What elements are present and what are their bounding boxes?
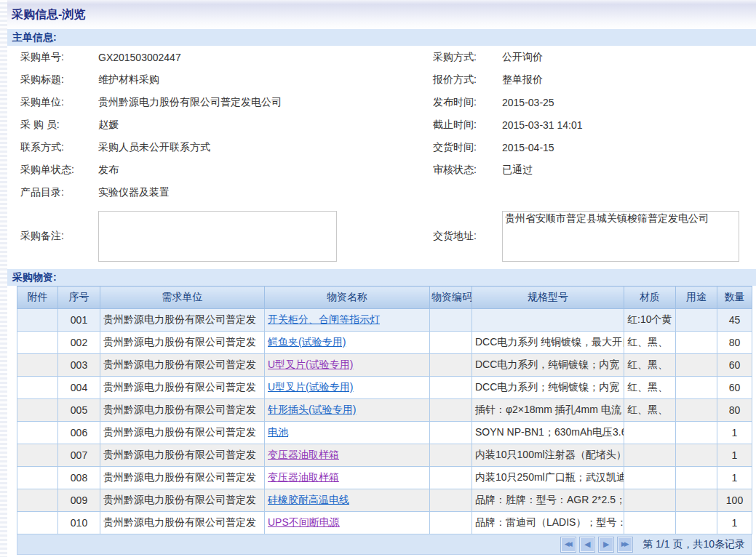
remark-textarea[interactable] — [98, 211, 337, 262]
last-page-button[interactable]: ▶▶ — [618, 537, 632, 552]
table-row[interactable]: 003 贵州黔源电力股份有限公司普定发 U型叉片(试验专用) DCC电力系列，纯… — [17, 354, 752, 377]
material-link[interactable]: UPS不间断电源 — [268, 516, 340, 528]
col-header-name: 物资名称 — [265, 286, 430, 309]
cell-usage — [676, 354, 717, 377]
next-page-button[interactable]: ▶ — [599, 537, 613, 552]
field-order-title: 采购标题: 维护材料采购 — [20, 68, 422, 91]
cell-code — [430, 489, 472, 512]
cell-spec: 品牌：胜牌：型号：AGR 2*2.5； — [472, 489, 624, 512]
cell-attachment — [17, 422, 58, 444]
cell-code — [430, 332, 472, 354]
cell-seq: 009 — [58, 489, 100, 512]
table-row[interactable]: 005 贵州黔源电力股份有限公司普定发 针形插头(试验专用) 插针：φ2×18m… — [17, 399, 752, 422]
cell-code — [430, 467, 472, 489]
spacer — [433, 181, 756, 204]
field-quote-method: 报价方式: 整单报价 — [433, 68, 756, 91]
cell-code — [430, 399, 472, 422]
table-row[interactable]: 007 贵州黔源电力股份有限公司普定发 变压器油取样箱 内装10只100ml注射… — [17, 444, 752, 467]
prev-page-button[interactable]: ◀ — [580, 537, 594, 552]
cell-attachment — [17, 354, 58, 377]
cell-spec: DCC电力系列；纯铜镀镍；内宽： — [472, 377, 624, 399]
cell-material: 红、黑、 — [624, 377, 676, 399]
col-header-attachment: 附件 — [17, 286, 58, 309]
cell-seq: 002 — [58, 332, 100, 354]
cell-name: 电池 — [265, 422, 430, 444]
material-link[interactable]: 变压器油取样箱 — [268, 471, 339, 483]
cell-name: 变压器油取样箱 — [265, 467, 430, 489]
material-link[interactable]: U型叉片(试验专用) — [268, 358, 353, 370]
material-link[interactable]: 电池 — [268, 426, 288, 438]
cell-usage — [676, 377, 717, 399]
page-info-text: 第 1/1 页，共10条记录 — [642, 538, 745, 551]
cell-qty: 1 — [717, 512, 752, 534]
table-row[interactable]: 004 贵州黔源电力股份有限公司普定发 U型叉片(试验专用) DCC电力系列；纯… — [17, 377, 752, 399]
materials-table: 附件 序号 需求单位 物资名称 物资编码 规格型号 材质 用途 数量 001 贵… — [17, 286, 752, 534]
cell-spec: 品牌：雷迪司（LADIS）；型号： — [472, 512, 624, 534]
cell-name: 鳄鱼夹(试验专用) — [265, 332, 430, 354]
left-edge-stripe — [0, 0, 7, 557]
cell-material — [624, 444, 676, 467]
col-header-seq: 序号 — [58, 286, 100, 309]
field-value: GX201503002447 — [98, 52, 181, 63]
cell-seq: 007 — [58, 444, 100, 467]
table-row[interactable]: 006 贵州黔源电力股份有限公司普定发 电池 SOYN NP-BN1；630mA… — [17, 422, 752, 444]
col-header-qty: 数量 — [717, 286, 752, 309]
pagination-bar: ◀◀ ◀ ▶ ▶▶ 第 1/1 页，共10条记录 — [17, 534, 752, 555]
cell-code — [430, 377, 472, 399]
field-label: 采购单位: — [20, 96, 98, 109]
cell-material: 红、黑、 — [624, 332, 676, 354]
cell-seq: 003 — [58, 354, 100, 377]
table-row[interactable]: 001 贵州黔源电力股份有限公司普定发 开关柜分、合闸等指示灯 红:10个黄 4… — [17, 309, 752, 332]
col-header-code: 物资编码 — [430, 286, 472, 309]
field-label: 采购单状态: — [20, 164, 98, 177]
section-header-materials: 采购物资: — [7, 269, 756, 286]
field-label: 交货地址: — [433, 230, 502, 243]
material-link[interactable]: 硅橡胶耐高温电线 — [268, 494, 349, 505]
material-link[interactable]: 鳄鱼夹(试验专用) — [268, 336, 346, 348]
cell-unit: 贵州黔源电力股份有限公司普定发 — [100, 512, 265, 534]
cell-seq: 004 — [58, 377, 100, 399]
field-value: 公开询价 — [502, 51, 543, 64]
table-row[interactable]: 009 贵州黔源电力股份有限公司普定发 硅橡胶耐高温电线 品牌：胜牌：型号：AG… — [17, 489, 752, 512]
cell-unit: 贵州黔源电力股份有限公司普定发 — [100, 489, 265, 512]
cell-qty: 100 — [717, 489, 752, 512]
material-link[interactable]: 针形插头(试验专用) — [268, 404, 356, 415]
material-link[interactable]: U型叉片(试验专用) — [268, 381, 353, 393]
cell-material — [624, 489, 676, 512]
cell-usage — [676, 467, 717, 489]
cell-code — [430, 422, 472, 444]
field-value: 维护材料采购 — [98, 73, 159, 87]
cell-unit: 贵州黔源电力股份有限公司普定发 — [100, 467, 265, 489]
cell-attachment — [17, 467, 58, 489]
table-row[interactable]: 008 贵州黔源电力股份有限公司普定发 变压器油取样箱 内装10只250ml广口… — [17, 467, 752, 489]
field-order-status: 采购单状态: 发布 — [20, 159, 422, 181]
cell-spec: DCC电力系列 纯铜镀镍，最大开口 — [472, 332, 624, 354]
table-row[interactable]: 002 贵州黔源电力股份有限公司普定发 鳄鱼夹(试验专用) DCC电力系列 纯铜… — [17, 332, 752, 354]
material-link[interactable]: 开关柜分、合闸等指示灯 — [268, 313, 380, 325]
cell-spec: 内装10只100ml注射器（配堵头） — [472, 444, 624, 467]
page-header: 采购信息-浏览 — [7, 0, 756, 29]
field-deadline: 截止时间: 2015-03-31 14:01 — [433, 113, 756, 136]
cell-unit: 贵州黔源电力股份有限公司普定发 — [100, 332, 265, 354]
field-order-number: 采购单号: GX201503002447 — [20, 46, 422, 68]
content-area: 采购信息-浏览 主单信息: 采购单号: GX201503002447 采购标题:… — [7, 0, 756, 557]
material-link[interactable]: 变压器油取样箱 — [268, 449, 339, 460]
field-label: 采购标题: — [20, 73, 98, 87]
field-label: 交货时间: — [433, 141, 502, 154]
field-label: 报价方式: — [433, 73, 502, 87]
cell-code — [430, 512, 472, 534]
cell-name: U型叉片(试验专用) — [265, 377, 430, 399]
cell-attachment — [17, 377, 58, 399]
first-page-button[interactable]: ◀◀ — [561, 537, 576, 552]
cell-qty: 1 — [717, 444, 752, 467]
field-purchasing-unit: 采购单位: 贵州黔源电力股份有限公司普定发电公司 — [20, 91, 422, 113]
cell-attachment — [17, 309, 58, 332]
cell-usage — [676, 422, 717, 444]
table-row[interactable]: 010 贵州黔源电力股份有限公司普定发 UPS不间断电源 品牌：雷迪司（LADI… — [17, 512, 752, 534]
field-purchaser: 采 购 员: 赵媛 — [20, 113, 422, 136]
field-delivery-time: 交货时间: 2015-04-15 — [433, 136, 756, 159]
delivery-address-textarea[interactable]: 贵州省安顺市普定县城关镇梭筛普定发电公司 — [502, 211, 739, 262]
cell-qty: 80 — [717, 332, 752, 354]
table-header-row: 附件 序号 需求单位 物资名称 物资编码 规格型号 材质 用途 数量 — [17, 286, 752, 309]
cell-spec: SOYN NP-BN1；630mAh电压3.6 — [472, 422, 624, 444]
